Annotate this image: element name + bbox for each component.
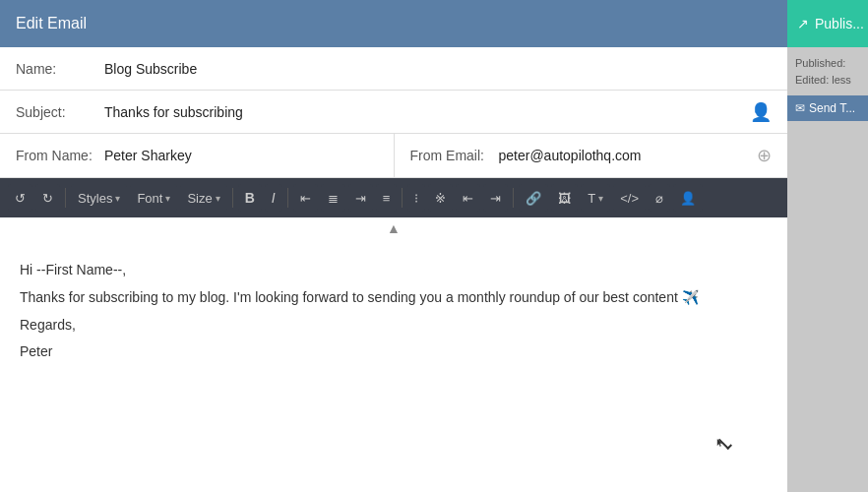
align-right-button[interactable]: ⇥ xyxy=(348,184,373,212)
list-ordered-button[interactable]: ※ xyxy=(428,184,453,212)
edited-status: Edited: less xyxy=(795,72,851,89)
edit-email-header: Edit Email xyxy=(0,0,787,47)
person-icon[interactable]: 👤 xyxy=(750,101,772,123)
image-button[interactable]: 🖼 xyxy=(551,184,578,212)
publish-meta: Published: Edited: less xyxy=(787,47,859,95)
toolbar-sep-3 xyxy=(287,188,288,208)
block-button[interactable]: ⌀ xyxy=(649,184,670,212)
name-label: Name: xyxy=(16,61,104,77)
toolbar-sep-4 xyxy=(402,188,403,208)
header-title: Edit Email xyxy=(16,15,87,32)
subject-row: Subject: Thanks for subscribing 👤 xyxy=(0,91,787,134)
subject-label: Subject: xyxy=(16,104,104,120)
format-button[interactable]: T xyxy=(581,184,610,212)
editor-line-2: Thanks for subscribing to my blog. I'm l… xyxy=(20,286,768,310)
from-name-label: From Name: xyxy=(16,148,104,163)
from-email-value: peter@autopilothq.com xyxy=(499,148,758,163)
published-status: Published: xyxy=(795,55,851,72)
editor-line-4: Peter xyxy=(20,340,768,364)
from-email-label: From Email: xyxy=(410,148,499,163)
redo-button[interactable]: ↻ xyxy=(35,184,60,212)
subject-value: Thanks for subscribing xyxy=(104,104,750,120)
send-test-button[interactable]: ✉ Send T... xyxy=(787,95,868,121)
align-center-button[interactable]: ≣ xyxy=(321,184,345,212)
indent-dec-button[interactable]: ⇤ xyxy=(456,184,480,212)
editor-line-1: Hi --First Name--, xyxy=(20,259,768,282)
name-row: Name: Blog Subscribe xyxy=(0,47,787,91)
send-test-icon: ✉ xyxy=(795,101,805,115)
editor-toolbar: ↺ ↻ Styles Font Size B I ⇤ ≣ ⇥ ≡ ⁝ ※ ⇤ ⇥… xyxy=(0,178,787,217)
toolbar-sep-2 xyxy=(232,188,233,208)
right-panel: ↗ Publis... Published: Edited: less ✉ Se… xyxy=(787,0,868,492)
editor-area[interactable]: Hi --First Name--, Thanks for subscribin… xyxy=(0,239,787,492)
align-justify-button[interactable]: ≡ xyxy=(376,184,398,212)
personalize-button[interactable]: 👤 xyxy=(673,184,703,212)
align-left-button[interactable]: ⇤ xyxy=(293,184,318,212)
from-row: From Name: Peter Sharkey From Email: pet… xyxy=(0,134,787,178)
code-button[interactable]: </> xyxy=(613,184,646,212)
from-email-half: From Email: peter@autopilothq.com ⊕ xyxy=(395,134,788,177)
styles-dropdown[interactable]: Styles xyxy=(71,184,127,212)
publish-icon: ↗ xyxy=(797,16,809,31)
bold-button[interactable]: B xyxy=(238,184,262,212)
toolbar-sep-1 xyxy=(65,188,66,208)
publish-label: Publis... xyxy=(815,16,864,31)
list-bullet-button[interactable]: ⁝ xyxy=(407,184,425,212)
add-icon[interactable]: ⊕ xyxy=(757,145,772,166)
editor-line-3: Regards, xyxy=(20,314,768,338)
publish-button[interactable]: ↗ Publis... xyxy=(787,0,868,47)
from-name-half: From Name: Peter Sharkey xyxy=(0,134,395,177)
italic-button[interactable]: I xyxy=(265,184,282,212)
send-test-label: Send T... xyxy=(809,101,855,115)
mouse-cursor xyxy=(716,433,728,453)
indent-inc-button[interactable]: ⇥ xyxy=(483,184,508,212)
size-dropdown[interactable]: Size xyxy=(180,184,226,212)
name-value: Blog Subscribe xyxy=(104,61,772,77)
toolbar-arrow[interactable]: ▲ xyxy=(0,217,787,239)
link-button[interactable]: 🔗 xyxy=(519,184,548,212)
font-dropdown[interactable]: Font xyxy=(130,184,177,212)
toolbar-sep-5 xyxy=(513,188,514,208)
from-name-value: Peter Sharkey xyxy=(104,148,378,163)
undo-button[interactable]: ↺ xyxy=(8,184,32,212)
